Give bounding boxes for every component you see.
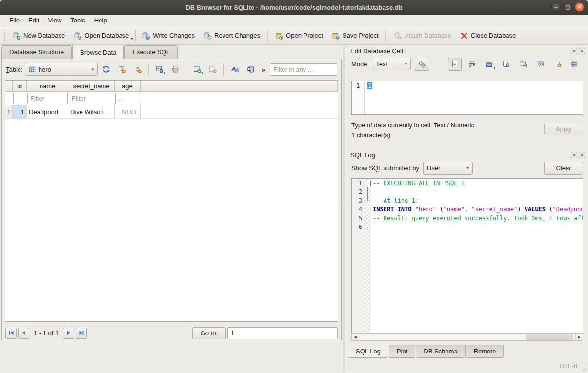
filter-input-age[interactable]	[115, 93, 140, 104]
set-null-button[interactable]	[550, 58, 564, 71]
toolbar-drag-handle[interactable]	[4, 30, 6, 41]
gear-icon	[418, 60, 426, 68]
dock-float-button[interactable]: ⧉	[571, 48, 577, 54]
find-in-table-button[interactable]	[243, 63, 257, 76]
minimize-button[interactable]: –	[551, 2, 561, 12]
filter-input-secret-name[interactable]	[69, 93, 114, 104]
filter-input-name[interactable]	[27, 93, 68, 104]
tab-remote[interactable]: Remote	[466, 345, 504, 358]
text-mode-button[interactable]	[448, 58, 462, 71]
corner-header-cell[interactable]	[5, 81, 13, 91]
toolbar-drag-handle[interactable]	[385, 30, 387, 41]
scroll-left-arrow[interactable]: ◀	[352, 334, 359, 340]
clear-sorting-button[interactable]	[131, 63, 144, 76]
edit-cell-icons: ▾	[448, 58, 583, 71]
column-header-name[interactable]: name	[27, 81, 68, 91]
delete-record-button[interactable]	[206, 63, 220, 76]
tab-browse-data[interactable]: Browse Data	[72, 45, 124, 59]
button-label: Open Database	[84, 32, 129, 39]
insert-record-button[interactable]: ▾	[190, 63, 204, 76]
dock-float-button[interactable]: ⧉	[571, 152, 577, 158]
maximize-button[interactable]: ▢	[563, 2, 572, 12]
apply-button[interactable]: Apply	[544, 123, 583, 135]
dock-close-button[interactable]: ✕	[579, 48, 585, 54]
tab-database-structure[interactable]: Database Structure	[1, 45, 72, 59]
database-revert-icon	[203, 32, 211, 40]
cell-id[interactable]: 1	[13, 105, 27, 118]
close-database-button[interactable]: Close Database	[456, 29, 521, 42]
mode-select[interactable]: Text ▾	[372, 58, 411, 70]
cell-value-editor[interactable]: 1 1	[351, 81, 583, 115]
menu-edit[interactable]: Edit	[24, 15, 43, 25]
log-line-number: 4	[352, 205, 364, 214]
next-record-button[interactable]	[63, 328, 74, 339]
menu-help[interactable]: Help	[90, 15, 112, 25]
scrollbar-track[interactable]	[359, 334, 575, 340]
table-select[interactable]: hero ▾	[25, 63, 98, 76]
menu-file[interactable]: File	[5, 15, 24, 25]
printer-icon	[570, 60, 578, 68]
clear-log-button[interactable]: Clear	[544, 162, 583, 175]
export-data-button[interactable]	[499, 58, 513, 71]
close-button[interactable]: ✕	[575, 2, 584, 12]
log-horizontal-scrollbar[interactable]: ◀ ▶	[351, 333, 583, 341]
column-header-id[interactable]: id	[13, 81, 27, 91]
column-header-secret-name[interactable]: secret_name	[68, 81, 115, 91]
tab-execute-sql[interactable]: Execute SQL	[124, 45, 178, 59]
tab-plot[interactable]: Plot	[389, 345, 415, 358]
dock-splitter[interactable]: ······	[346, 143, 588, 149]
titlebar[interactable]: DB Browser for SQLite - /home/user/code/…	[0, 0, 588, 15]
dropdown-arrow-icon[interactable]: ▾	[131, 37, 133, 41]
last-record-button[interactable]	[76, 328, 87, 339]
menu-view[interactable]: View	[43, 15, 66, 25]
filter-any-column-input[interactable]	[270, 63, 337, 76]
resize-grip[interactable]	[581, 366, 587, 372]
print-table-button[interactable]	[168, 63, 182, 76]
open-project-button[interactable]: Open Project	[271, 29, 327, 42]
word-wrap-button[interactable]	[465, 58, 479, 71]
overflow-chevron-icon[interactable]: »	[259, 65, 268, 74]
copy-link-button[interactable]	[533, 58, 547, 71]
cell-secret-name[interactable]: Dive Wilson	[68, 105, 115, 118]
tab-sql-log[interactable]: SQL Log	[348, 345, 388, 358]
row-header[interactable]: 1	[5, 105, 13, 118]
filter-filler	[141, 92, 338, 105]
filter-input-id[interactable]	[13, 93, 26, 104]
sql-log-toolbar: Show SQL submitted by User ▾ Clear	[346, 160, 588, 176]
dropdown-arrow-icon: ▾	[201, 71, 203, 75]
import-data-button[interactable]: ▾	[482, 58, 496, 71]
goto-input[interactable]	[227, 327, 338, 339]
revert-changes-button[interactable]: Revert Changes	[199, 29, 264, 42]
tab-db-schema[interactable]: DB Schema	[416, 345, 465, 358]
goto-button[interactable]: Go to:	[192, 327, 226, 339]
write-changes-button[interactable]: Write Changes	[138, 29, 199, 42]
sql-log-editor[interactable]: 123456 -- EXECUTING ALL IN 'SQL 1'---- A…	[351, 178, 583, 333]
panel-splitter[interactable]	[343, 45, 346, 373]
dock-close-button[interactable]: ✕	[579, 152, 585, 158]
scroll-right-arrow[interactable]: ▶	[575, 334, 583, 340]
print-cell-button[interactable]	[568, 58, 581, 71]
save-project-button[interactable]: Save Project	[327, 29, 383, 42]
new-database-button[interactable]: New Database	[8, 29, 69, 42]
attach-database-button[interactable]: Attach Database	[389, 29, 456, 42]
export-table-button[interactable]: ▾	[153, 63, 166, 76]
cell-name[interactable]: Deadpond	[27, 105, 68, 118]
clear-filters-button[interactable]	[115, 63, 129, 76]
open-external-button[interactable]	[516, 58, 530, 71]
column-header-age[interactable]: age	[115, 81, 141, 91]
fold-marker[interactable]	[364, 179, 371, 187]
auto-apply-button[interactable]	[414, 58, 429, 71]
edit-display-format-button[interactable]: AA	[228, 63, 242, 76]
menubar: File Edit View Tools Help	[0, 15, 588, 26]
sql-source-select[interactable]: User ▾	[423, 162, 473, 175]
menu-tools[interactable]: Tools	[66, 15, 89, 25]
toolbar-drag-handle[interactable]	[266, 30, 269, 41]
scrollbar-thumb[interactable]	[526, 334, 573, 340]
left-panel: Database Structure Browse Data Execute S…	[0, 45, 343, 373]
open-database-button[interactable]: Open Database ▾	[69, 29, 133, 42]
statusbar: UTF-8	[346, 359, 588, 373]
previous-record-button[interactable]	[18, 328, 29, 339]
refresh-button[interactable]	[100, 63, 113, 76]
cell-age[interactable]: NULL	[115, 105, 141, 118]
first-record-button[interactable]	[5, 328, 17, 339]
